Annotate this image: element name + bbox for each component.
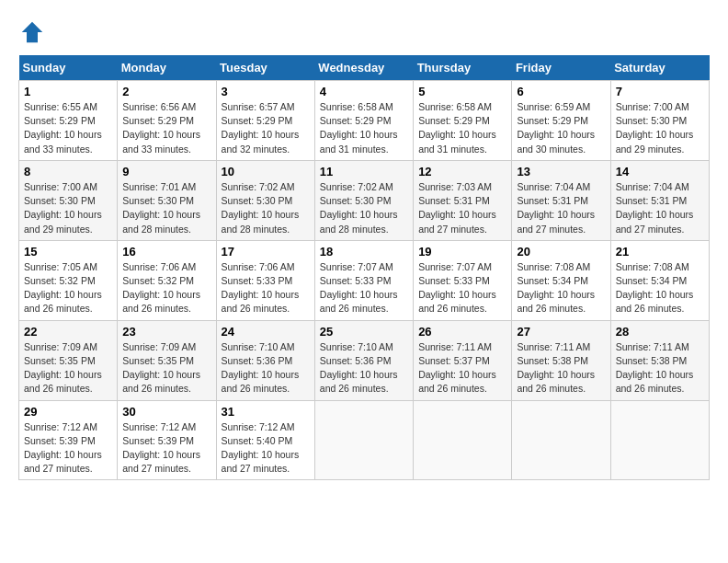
day-info: Sunrise: 6:55 AMSunset: 5:29 PMDaylight:… bbox=[24, 101, 102, 155]
calendar-cell: 22 Sunrise: 7:09 AMSunset: 5:35 PMDaylig… bbox=[19, 320, 118, 400]
day-info: Sunrise: 7:09 AMSunset: 5:35 PMDaylight:… bbox=[122, 341, 200, 395]
header-sunday: Sunday bbox=[19, 55, 118, 81]
day-info: Sunrise: 7:12 AMSunset: 5:39 PMDaylight:… bbox=[122, 421, 200, 475]
day-info: Sunrise: 7:06 AMSunset: 5:33 PMDaylight:… bbox=[222, 261, 300, 315]
calendar-cell: 3 Sunrise: 6:57 AMSunset: 5:29 PMDayligh… bbox=[216, 81, 314, 161]
calendar-cell: 11 Sunrise: 7:02 AMSunset: 5:30 PMDaylig… bbox=[314, 160, 413, 240]
day-number: 3 bbox=[222, 85, 310, 98]
calendar-cell: 6 Sunrise: 6:59 AMSunset: 5:29 PMDayligh… bbox=[512, 81, 610, 161]
day-info: Sunrise: 6:56 AMSunset: 5:29 PMDaylight:… bbox=[122, 101, 200, 155]
day-info: Sunrise: 7:05 AMSunset: 5:32 PMDaylight:… bbox=[24, 261, 102, 315]
day-info: Sunrise: 7:11 AMSunset: 5:37 PMDaylight:… bbox=[418, 341, 496, 395]
day-number: 23 bbox=[122, 325, 210, 339]
day-info: Sunrise: 7:09 AMSunset: 5:35 PMDaylight:… bbox=[24, 341, 102, 395]
day-info: Sunrise: 7:04 AMSunset: 5:31 PMDaylight:… bbox=[517, 181, 595, 235]
calendar-header-row: Sunday Monday Tuesday Wednesday Thursday… bbox=[19, 55, 710, 81]
header-saturday: Saturday bbox=[610, 55, 709, 81]
calendar-cell: 21 Sunrise: 7:08 AMSunset: 5:34 PMDaylig… bbox=[610, 240, 709, 320]
day-info: Sunrise: 6:57 AMSunset: 5:29 PMDaylight:… bbox=[222, 101, 300, 155]
calendar-cell: 2 Sunrise: 6:56 AMSunset: 5:29 PMDayligh… bbox=[118, 81, 216, 161]
day-number: 6 bbox=[517, 85, 605, 98]
day-number: 16 bbox=[122, 245, 210, 259]
calendar-cell: 31 Sunrise: 7:12 AMSunset: 5:40 PMDaylig… bbox=[216, 400, 314, 480]
calendar-cell: 8 Sunrise: 7:00 AMSunset: 5:30 PMDayligh… bbox=[19, 160, 118, 240]
calendar-cell: 14 Sunrise: 7:04 AMSunset: 5:31 PMDaylig… bbox=[610, 160, 709, 240]
day-number: 22 bbox=[24, 325, 112, 339]
day-number: 14 bbox=[616, 165, 704, 178]
calendar-cell: 5 Sunrise: 6:58 AMSunset: 5:29 PMDayligh… bbox=[414, 81, 512, 161]
day-number: 31 bbox=[222, 405, 310, 419]
day-info: Sunrise: 6:58 AMSunset: 5:29 PMDaylight:… bbox=[320, 101, 398, 155]
header-friday: Friday bbox=[512, 55, 610, 81]
day-info: Sunrise: 6:59 AMSunset: 5:29 PMDaylight:… bbox=[517, 101, 595, 155]
calendar-week-row: 8 Sunrise: 7:00 AMSunset: 5:30 PMDayligh… bbox=[19, 160, 710, 240]
day-info: Sunrise: 7:08 AMSunset: 5:34 PMDaylight:… bbox=[616, 261, 694, 315]
day-info: Sunrise: 7:12 AMSunset: 5:39 PMDaylight:… bbox=[24, 421, 102, 475]
day-number: 19 bbox=[418, 245, 506, 259]
day-info: Sunrise: 7:10 AMSunset: 5:36 PMDaylight:… bbox=[320, 341, 398, 395]
day-info: Sunrise: 7:04 AMSunset: 5:31 PMDaylight:… bbox=[616, 181, 694, 235]
day-number: 15 bbox=[24, 245, 112, 259]
calendar-cell: 4 Sunrise: 6:58 AMSunset: 5:29 PMDayligh… bbox=[314, 81, 413, 161]
day-number: 11 bbox=[320, 165, 408, 178]
day-number: 10 bbox=[222, 165, 310, 178]
calendar-cell: 20 Sunrise: 7:08 AMSunset: 5:34 PMDaylig… bbox=[512, 240, 610, 320]
calendar-cell: 29 Sunrise: 7:12 AMSunset: 5:39 PMDaylig… bbox=[19, 400, 118, 480]
header-tuesday: Tuesday bbox=[216, 55, 314, 81]
calendar-cell: 1 Sunrise: 6:55 AMSunset: 5:29 PMDayligh… bbox=[19, 81, 118, 161]
day-number: 21 bbox=[616, 245, 704, 259]
day-info: Sunrise: 7:11 AMSunset: 5:38 PMDaylight:… bbox=[517, 341, 595, 395]
day-info: Sunrise: 7:08 AMSunset: 5:34 PMDaylight:… bbox=[517, 261, 595, 315]
calendar-table: Sunday Monday Tuesday Wednesday Thursday… bbox=[18, 55, 710, 480]
calendar-cell: 19 Sunrise: 7:07 AMSunset: 5:33 PMDaylig… bbox=[414, 240, 512, 320]
day-info: Sunrise: 7:07 AMSunset: 5:33 PMDaylight:… bbox=[418, 261, 496, 315]
calendar-cell: 15 Sunrise: 7:05 AMSunset: 5:32 PMDaylig… bbox=[19, 240, 118, 320]
calendar-cell: 28 Sunrise: 7:11 AMSunset: 5:38 PMDaylig… bbox=[610, 320, 709, 400]
calendar-cell bbox=[512, 400, 610, 480]
header-thursday: Thursday bbox=[414, 55, 512, 81]
day-number: 27 bbox=[517, 325, 605, 339]
calendar-week-row: 1 Sunrise: 6:55 AMSunset: 5:29 PMDayligh… bbox=[19, 81, 710, 161]
day-number: 1 bbox=[24, 85, 112, 98]
calendar-cell bbox=[314, 400, 413, 480]
calendar-cell: 30 Sunrise: 7:12 AMSunset: 5:39 PMDaylig… bbox=[118, 400, 216, 480]
header-monday: Monday bbox=[118, 55, 216, 81]
calendar-cell: 7 Sunrise: 7:00 AMSunset: 5:30 PMDayligh… bbox=[610, 81, 709, 161]
day-number: 13 bbox=[517, 165, 605, 178]
calendar-cell: 18 Sunrise: 7:07 AMSunset: 5:33 PMDaylig… bbox=[314, 240, 413, 320]
calendar-cell: 17 Sunrise: 7:06 AMSunset: 5:33 PMDaylig… bbox=[216, 240, 314, 320]
day-info: Sunrise: 7:02 AMSunset: 5:30 PMDaylight:… bbox=[320, 181, 398, 235]
calendar-week-row: 22 Sunrise: 7:09 AMSunset: 5:35 PMDaylig… bbox=[19, 320, 710, 400]
calendar-cell: 9 Sunrise: 7:01 AMSunset: 5:30 PMDayligh… bbox=[118, 160, 216, 240]
day-info: Sunrise: 7:02 AMSunset: 5:30 PMDaylight:… bbox=[222, 181, 300, 235]
day-info: Sunrise: 7:07 AMSunset: 5:33 PMDaylight:… bbox=[320, 261, 398, 315]
calendar-cell: 23 Sunrise: 7:09 AMSunset: 5:35 PMDaylig… bbox=[118, 320, 216, 400]
calendar-cell bbox=[610, 400, 709, 480]
day-number: 30 bbox=[122, 405, 210, 419]
header-wednesday: Wednesday bbox=[314, 55, 413, 81]
day-number: 17 bbox=[222, 245, 310, 259]
day-number: 2 bbox=[122, 85, 210, 98]
day-info: Sunrise: 7:00 AMSunset: 5:30 PMDaylight:… bbox=[24, 181, 102, 235]
day-info: Sunrise: 7:03 AMSunset: 5:31 PMDaylight:… bbox=[418, 181, 496, 235]
day-info: Sunrise: 7:10 AMSunset: 5:36 PMDaylight:… bbox=[222, 341, 300, 395]
calendar-cell: 26 Sunrise: 7:11 AMSunset: 5:37 PMDaylig… bbox=[414, 320, 512, 400]
day-number: 18 bbox=[320, 245, 408, 259]
calendar-cell: 13 Sunrise: 7:04 AMSunset: 5:31 PMDaylig… bbox=[512, 160, 610, 240]
calendar-cell: 16 Sunrise: 7:06 AMSunset: 5:32 PMDaylig… bbox=[118, 240, 216, 320]
day-number: 25 bbox=[320, 325, 408, 339]
day-number: 28 bbox=[616, 325, 704, 339]
calendar-cell bbox=[414, 400, 512, 480]
logo-icon bbox=[18, 18, 46, 46]
day-number: 7 bbox=[616, 85, 704, 98]
day-info: Sunrise: 7:11 AMSunset: 5:38 PMDaylight:… bbox=[616, 341, 694, 395]
day-info: Sunrise: 7:00 AMSunset: 5:30 PMDaylight:… bbox=[616, 101, 694, 155]
day-number: 20 bbox=[517, 245, 605, 259]
calendar-week-row: 29 Sunrise: 7:12 AMSunset: 5:39 PMDaylig… bbox=[19, 400, 710, 480]
day-info: Sunrise: 7:01 AMSunset: 5:30 PMDaylight:… bbox=[122, 181, 200, 235]
day-number: 4 bbox=[320, 85, 408, 98]
day-number: 5 bbox=[418, 85, 506, 98]
calendar-cell: 25 Sunrise: 7:10 AMSunset: 5:36 PMDaylig… bbox=[314, 320, 413, 400]
logo bbox=[18, 18, 48, 46]
calendar-cell: 27 Sunrise: 7:11 AMSunset: 5:38 PMDaylig… bbox=[512, 320, 610, 400]
